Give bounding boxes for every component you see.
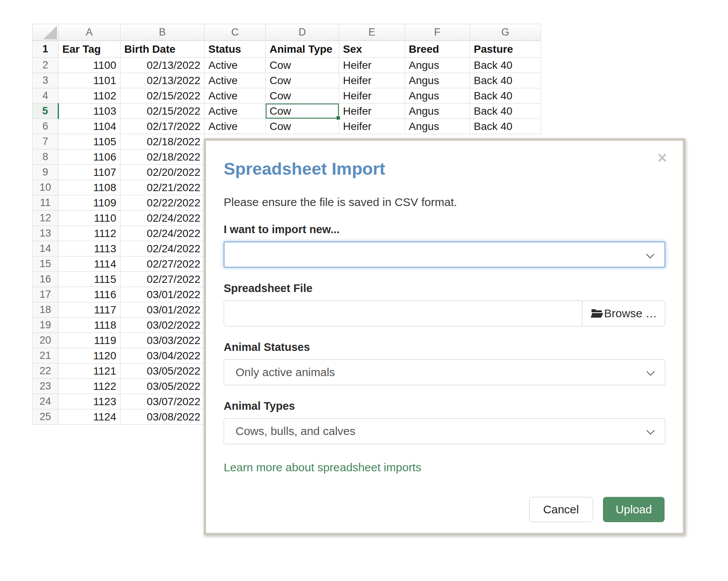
cell-ear-tag[interactable]: 1124 [58,409,120,425]
cell-ear-tag[interactable]: 1104 [58,119,120,134]
row-header-23[interactable]: 23 [32,379,58,394]
close-icon[interactable]: × [657,150,667,166]
cell-ear-tag[interactable]: 1105 [58,134,120,149]
row-header-18[interactable]: 18 [32,302,58,318]
header-cell[interactable]: Animal Type [266,41,339,58]
cell-sex[interactable]: Heifer [339,119,405,134]
cell-birth-date[interactable]: 03/07/2022 [120,394,205,409]
cell-birth-date[interactable]: 03/04/2022 [120,348,205,364]
cell-ear-tag[interactable]: 1117 [58,302,120,318]
header-cell[interactable]: Birth Date [120,41,205,58]
cell-breed[interactable]: Angus [405,104,470,119]
cell-ear-tag[interactable]: 1121 [58,364,120,379]
row-header-21[interactable]: 21 [32,348,58,364]
cell-birth-date[interactable]: 02/27/2022 [120,272,205,287]
header-cell[interactable]: Ear Tag [58,41,120,58]
cell-birth-date[interactable]: 02/20/2022 [120,165,205,180]
cell-pasture[interactable]: Back 40 [470,119,541,134]
cell-ear-tag[interactable]: 1110 [58,211,120,226]
row-header-24[interactable]: 24 [32,394,58,409]
cell-birth-date[interactable]: 02/18/2022 [120,149,205,165]
cell-sex[interactable]: Heifer [339,73,405,88]
file-path-input[interactable] [224,300,582,326]
column-header-A[interactable]: A [58,24,120,41]
cell-ear-tag[interactable]: 1119 [58,333,120,348]
column-header-D[interactable]: D [266,24,339,41]
cell-pasture[interactable]: Back 40 [470,104,541,119]
row-header-15[interactable]: 15 [32,256,58,272]
cell-birth-date[interactable]: 03/01/2022 [120,302,205,318]
cell-status[interactable]: Active [205,104,266,119]
cell-ear-tag[interactable]: 1123 [58,394,120,409]
cell-sex[interactable]: Heifer [339,104,405,119]
cell-birth-date[interactable]: 02/15/2022 [120,88,205,104]
cell-ear-tag[interactable]: 1102 [58,88,120,104]
cell-animal-type[interactable]: Cow [266,119,339,134]
cell-ear-tag[interactable]: 1112 [58,226,120,241]
row-header-7[interactable]: 7 [32,134,58,149]
row-header-19[interactable]: 19 [32,318,58,333]
cell-animal-type[interactable]: Cow [266,88,339,104]
cell-pasture[interactable]: Back 40 [470,58,541,73]
cell-ear-tag[interactable]: 1106 [58,149,120,165]
cell-sex[interactable]: Heifer [339,88,405,104]
cell-ear-tag[interactable]: 1107 [58,165,120,180]
cell-sex[interactable]: Heifer [339,58,405,73]
cell-status[interactable]: Active [205,73,266,88]
column-header-E[interactable]: E [339,24,405,41]
row-header-10[interactable]: 10 [32,180,58,195]
cell-birth-date[interactable]: 03/05/2022 [120,364,205,379]
column-header-C[interactable]: C [205,24,266,41]
cell-birth-date[interactable]: 02/21/2022 [120,180,205,195]
cell-ear-tag[interactable]: 1113 [58,241,120,256]
cell-pasture[interactable]: Back 40 [470,88,541,104]
header-cell[interactable]: Sex [339,41,405,58]
header-cell[interactable]: Status [205,41,266,58]
column-header-G[interactable]: G [470,24,541,41]
row-header-5[interactable]: 5 [32,104,58,119]
cell-birth-date[interactable]: 03/01/2022 [120,287,205,302]
cell-breed[interactable]: Angus [405,73,470,88]
cell-birth-date[interactable]: 02/27/2022 [120,256,205,272]
cell-ear-tag[interactable]: 1108 [58,180,120,195]
cell-breed[interactable]: Angus [405,88,470,104]
select-all-corner[interactable] [32,24,58,41]
cell-birth-date[interactable]: 02/17/2022 [120,119,205,134]
row-header-17[interactable]: 17 [32,287,58,302]
cell-ear-tag[interactable]: 1122 [58,379,120,394]
row-header-14[interactable]: 14 [32,241,58,256]
cell-status[interactable]: Active [205,88,266,104]
cell-birth-date[interactable]: 03/05/2022 [120,379,205,394]
import-new-select[interactable] [224,242,665,268]
cell-birth-date[interactable]: 03/08/2022 [120,409,205,425]
cell-birth-date[interactable]: 02/13/2022 [120,73,205,88]
column-header-F[interactable]: F [405,24,470,41]
browse-button[interactable]: Browse … [582,300,665,326]
cell-birth-date[interactable]: 02/18/2022 [120,134,205,149]
cell-ear-tag[interactable]: 1116 [58,287,120,302]
row-header-9[interactable]: 9 [32,165,58,180]
cell-ear-tag[interactable]: 1109 [58,195,120,211]
cancel-button[interactable]: Cancel [529,497,593,522]
header-cell[interactable]: Breed [405,41,470,58]
row-header-11[interactable]: 11 [32,195,58,211]
row-header-13[interactable]: 13 [32,226,58,241]
row-header-12[interactable]: 12 [32,211,58,226]
cell-status[interactable]: Active [205,58,266,73]
cell-ear-tag[interactable]: 1120 [58,348,120,364]
cell-breed[interactable]: Angus [405,58,470,73]
row-header-1[interactable]: 1 [32,41,58,58]
animal-statuses-select[interactable]: Only active animals [224,359,665,385]
cell-ear-tag[interactable]: 1100 [58,58,120,73]
cell-ear-tag[interactable]: 1118 [58,318,120,333]
cell-birth-date[interactable]: 02/22/2022 [120,195,205,211]
cell-animal-type[interactable]: Cow [266,73,339,88]
row-header-6[interactable]: 6 [32,119,58,134]
row-header-22[interactable]: 22 [32,364,58,379]
animal-types-select[interactable]: Cows, bulls, and calves [224,418,665,444]
row-header-20[interactable]: 20 [32,333,58,348]
column-header-B[interactable]: B [120,24,205,41]
cell-breed[interactable]: Angus [405,119,470,134]
cell-birth-date[interactable]: 02/13/2022 [120,58,205,73]
cell-animal-type[interactable]: Cow [266,58,339,73]
